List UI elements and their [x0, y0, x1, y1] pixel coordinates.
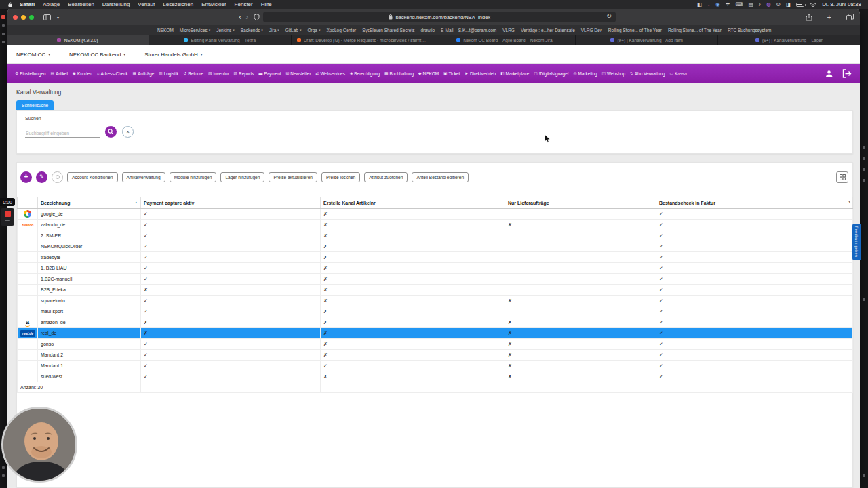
- nav-item-marketplace[interactable]: ◧Marketplace: [500, 71, 529, 76]
- logout-icon[interactable]: [842, 69, 852, 78]
- menu-safari[interactable]: Safari: [16, 1, 39, 7]
- action-module-hinzuf-gen[interactable]: Module hinzufügen: [170, 172, 217, 182]
- bookmark-rolling-stone-of-the-year[interactable]: Rolling Stone... of The Year: [608, 28, 662, 33]
- action-account-konditionen[interactable]: Account Konditionen: [67, 172, 118, 182]
- table-row[interactable]: 1.B2C-manuell✓✗✓: [18, 274, 853, 285]
- address-bar[interactable]: backend.nekom.com/backend/NBA_Index ↻: [263, 12, 616, 22]
- table-row[interactable]: Mandant 1✓✓✗✓: [18, 361, 853, 371]
- stats-icon[interactable]: ▤: [748, 2, 753, 7]
- nav-item-buchhaltung[interactable]: ▩Buchhaltung: [384, 71, 414, 76]
- screen-mirroring-icon[interactable]: ◧: [697, 2, 702, 7]
- browser-tab[interactable]: Editing Kanal Verwaltung – Tettra: [149, 35, 291, 45]
- keyboard-icon[interactable]: ⌨: [736, 2, 743, 7]
- sidebar-toggle-icon[interactable]: [43, 14, 51, 20]
- table-row[interactable]: squarelovin✓✗✗✓: [18, 296, 853, 306]
- nav-item-kassa[interactable]: ▭Kassa: [670, 71, 687, 76]
- menu-ablage[interactable]: Ablage: [39, 1, 64, 7]
- nav-item-retoure[interactable]: ↺Retoure: [183, 71, 203, 76]
- action-preise-aktualisieren[interactable]: Preise aktualisieren: [269, 172, 317, 182]
- bookmark-microservices[interactable]: MicroServices▾: [180, 28, 210, 33]
- column-header-payment-capture-aktiv[interactable]: Payment capture aktiv: [141, 197, 321, 209]
- nav-item-marketing[interactable]: ◎Marketing: [573, 71, 597, 76]
- search-input[interactable]: [25, 129, 100, 138]
- nav-item-payment[interactable]: ▬Payment: [258, 71, 281, 76]
- add-channel-button[interactable]: +: [20, 171, 32, 183]
- bookmark-rtc-buchungssystem[interactable]: RTC Buchungssystem: [728, 28, 772, 33]
- bookmark-vlrg[interactable]: VLRG: [502, 28, 515, 33]
- table-row[interactable]: zalandozalando_de✓✗✗✓: [18, 220, 853, 230]
- recording-menu-icon[interactable]: [5, 220, 10, 221]
- tab-group-chevron-icon[interactable]: ▾: [57, 15, 59, 20]
- table-row[interactable]: google_de✓✗✓: [18, 209, 853, 220]
- feedback-tab[interactable]: Feedback geben: [852, 224, 861, 260]
- bookmark-nekom[interactable]: NEKOM: [157, 28, 174, 33]
- table-row[interactable]: 2. SM-PR✓✗✓: [18, 230, 853, 241]
- column-header-erstelle-kanal-artikelnr[interactable]: Erstelle Kanal Artikelnr: [321, 197, 505, 209]
- table-row[interactable]: NEKOMQuickOrder✓✗✓: [18, 241, 853, 252]
- bookmark-syseleven-shared-secrets[interactable]: SysEleven Shared Secrets: [362, 28, 414, 33]
- bookmark-gitlab[interactable]: GitLab▾: [285, 28, 302, 33]
- tab-schnellsuche[interactable]: Schnellsuche: [16, 100, 54, 110]
- bookmark-rolling-stone-of-the-year[interactable]: Rolling Stone... of The Year: [668, 28, 722, 33]
- close-window-button[interactable]: [13, 15, 18, 20]
- password-manager-icon[interactable]: ◉: [715, 2, 720, 7]
- bookmark-e-mail-s-k-t-osram-com[interactable]: E-Mail – S.K...t@osram.com: [441, 28, 496, 33]
- nav-item-webshop[interactable]: ◫Webshop: [602, 71, 625, 76]
- minimize-window-button[interactable]: [21, 15, 26, 20]
- action-preise-l-schen[interactable]: Preise löschen: [321, 172, 360, 182]
- nav-item-adress-check[interactable]: ⌂Adress-Check: [97, 71, 128, 76]
- reload-icon[interactable]: ↻: [606, 12, 612, 20]
- disabled-circle-button[interactable]: [52, 171, 63, 183]
- nav-item-einstellungen[interactable]: ⚙Einstellungen: [15, 71, 46, 76]
- menu-fenster[interactable]: Fenster: [231, 1, 257, 7]
- nav-item-berechtigung[interactable]: ◈Berechtigung: [350, 71, 380, 76]
- bookmark-jira[interactable]: Jira▾: [269, 28, 279, 33]
- sound-icon[interactable]: ♪: [759, 2, 762, 7]
- nav-item-kunden[interactable]: ◉Kunden: [73, 71, 92, 76]
- browser-tab[interactable]: Draft: Develop (!2) · Merge Requests · m…: [291, 35, 433, 45]
- table-row[interactable]: sued-west✓✗✗✓: [18, 371, 853, 382]
- bookmark-orga[interactable]: Orga▾: [307, 28, 320, 33]
- table-row[interactable]: B2B_Edeka✗✗✓: [18, 285, 853, 296]
- menu-entwickler[interactable]: Entwickler: [197, 1, 230, 7]
- edit-channel-button[interactable]: ✎: [36, 171, 47, 183]
- sort-asc-icon[interactable]: ▲: [135, 201, 138, 204]
- menubar-clock[interactable]: Di. 8. Juni 08:38: [822, 1, 861, 7]
- forward-button[interactable]: ›: [243, 13, 250, 21]
- stop-recording-button[interactable]: [5, 211, 11, 217]
- column-header-bezeichnung[interactable]: Bezeichnung▲: [38, 197, 141, 209]
- menu-lesezeichen[interactable]: Lesezeichen: [159, 1, 197, 7]
- bookmark-vlrg-dev[interactable]: VLRG Dev: [581, 28, 602, 33]
- back-button[interactable]: ‹: [237, 13, 243, 21]
- nav-item-auftr-ge[interactable]: ▦Aufträge: [133, 71, 155, 76]
- action-artikelverwaltung[interactable]: Artikelverwaltung: [122, 172, 165, 182]
- privacy-shield-icon[interactable]: [254, 14, 260, 20]
- nav-item-nekom[interactable]: ◆NEKOM: [418, 71, 439, 76]
- apple-menu-icon[interactable]: [7, 1, 13, 7]
- browser-tab[interactable]: Nekom CC Board – Agile Board – Nekom Jir…: [433, 35, 575, 45]
- menu-bearbeiten[interactable]: Bearbeiten: [64, 1, 98, 7]
- nav-item-newsletter[interactable]: ✉Newsletter: [286, 71, 311, 76]
- nav-item-webservices[interactable]: ⇄Webservices: [316, 71, 345, 76]
- bookmark-xpolog-center[interactable]: XpoLog Center: [326, 28, 356, 33]
- menu-verlauf[interactable]: Verlauf: [134, 1, 159, 7]
- nav-item-reports[interactable]: ▨Reports: [234, 71, 254, 76]
- clear-search-button[interactable]: ×: [122, 126, 134, 138]
- new-tab-icon[interactable]: +: [827, 13, 831, 21]
- browser-tab[interactable]: NEKOM (4.9.3.0): [7, 35, 149, 45]
- vpn-umbrella-icon[interactable]: ☂: [726, 2, 730, 7]
- tab-overview-icon[interactable]: [846, 14, 854, 20]
- menu-darstellung[interactable]: Darstellung: [98, 1, 134, 7]
- selector-nekom-cc[interactable]: NEKOM CC▾: [16, 52, 50, 58]
- nav-item-logistik[interactable]: ▥Logistik: [159, 71, 178, 76]
- table-row[interactable]: tradebyte✓✗✓: [18, 252, 853, 263]
- bookmark-backends[interactable]: Backends▾: [241, 28, 263, 33]
- action-anteil-bestand-editieren[interactable]: Anteil Bestand editieren: [412, 172, 469, 182]
- nav-item-artikel[interactable]: ▤Artikel: [51, 71, 68, 76]
- menu-hilfe[interactable]: Hilfe: [257, 1, 276, 7]
- header-scroll-chevron-icon[interactable]: ›: [848, 199, 850, 205]
- nav-item-ticket[interactable]: ▣Ticket: [443, 71, 460, 76]
- table-row[interactable]: Mandant 2✓✗✗✓: [18, 350, 853, 361]
- browser-tab[interactable]: (9+) | Kanalverwaltung – Lager: [717, 35, 860, 45]
- column-header-nur-lieferauftr-ge[interactable]: Nur Lieferaufträge: [505, 197, 656, 209]
